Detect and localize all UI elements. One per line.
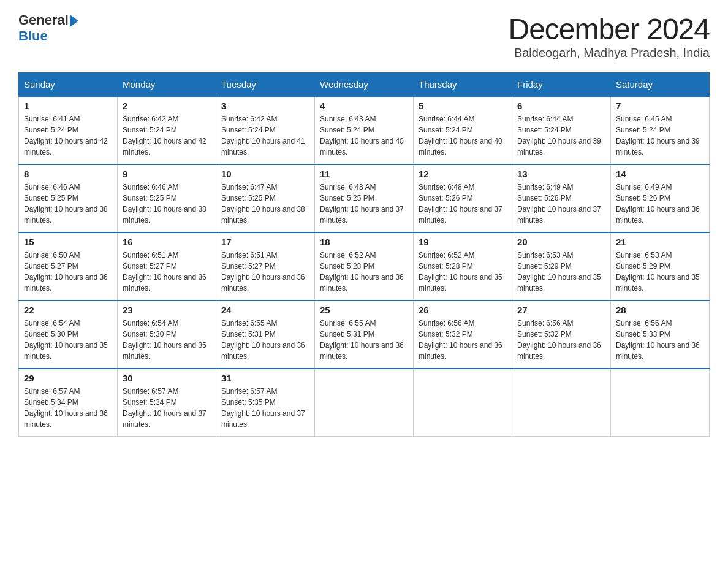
- calendar-cell: 11 Sunrise: 6:48 AM Sunset: 5:25 PM Dayl…: [315, 164, 414, 232]
- day-number: 13: [517, 169, 605, 179]
- calendar-cell: 9 Sunrise: 6:46 AM Sunset: 5:25 PM Dayli…: [118, 164, 216, 232]
- calendar-cell: [315, 369, 414, 437]
- day-number: 3: [221, 101, 309, 111]
- day-info: Sunrise: 6:49 AM Sunset: 5:26 PM Dayligh…: [616, 182, 704, 226]
- day-number: 12: [419, 169, 507, 179]
- day-number: 16: [123, 237, 211, 247]
- week-row-5: 29 Sunrise: 6:57 AM Sunset: 5:34 PM Dayl…: [19, 369, 710, 437]
- day-number: 2: [123, 101, 211, 111]
- day-info: Sunrise: 6:42 AM Sunset: 5:24 PM Dayligh…: [221, 113, 309, 158]
- day-info: Sunrise: 6:56 AM Sunset: 5:32 PM Dayligh…: [419, 318, 507, 362]
- calendar-cell: [512, 369, 611, 437]
- calendar-cell: 18 Sunrise: 6:52 AM Sunset: 5:28 PM Dayl…: [315, 232, 414, 301]
- calendar-cell: 22 Sunrise: 6:54 AM Sunset: 5:30 PM Dayl…: [19, 301, 118, 369]
- day-of-week-friday: Friday: [512, 73, 611, 97]
- day-info: Sunrise: 6:46 AM Sunset: 5:25 PM Dayligh…: [24, 182, 112, 226]
- calendar-cell: 8 Sunrise: 6:46 AM Sunset: 5:25 PM Dayli…: [19, 164, 118, 232]
- calendar-cell: 17 Sunrise: 6:51 AM Sunset: 5:27 PM Dayl…: [216, 232, 315, 301]
- day-info: Sunrise: 6:48 AM Sunset: 5:26 PM Dayligh…: [419, 182, 507, 226]
- day-number: 11: [320, 169, 408, 179]
- calendar-cell: 1 Sunrise: 6:41 AM Sunset: 5:24 PM Dayli…: [19, 96, 118, 164]
- day-info: Sunrise: 6:43 AM Sunset: 5:24 PM Dayligh…: [320, 113, 408, 158]
- day-info: Sunrise: 6:42 AM Sunset: 5:24 PM Dayligh…: [123, 113, 211, 158]
- logo-blue-text: Blue: [18, 28, 48, 44]
- day-of-week-tuesday: Tuesday: [216, 73, 315, 97]
- day-number: 19: [419, 237, 507, 247]
- day-number: 24: [221, 305, 309, 315]
- calendar-cell: [414, 369, 512, 437]
- day-number: 15: [24, 237, 112, 247]
- logo-arrow-icon: [70, 15, 78, 27]
- calendar-cell: 4 Sunrise: 6:43 AM Sunset: 5:24 PM Dayli…: [315, 96, 414, 164]
- day-number: 14: [616, 169, 704, 179]
- day-number: 1: [24, 101, 112, 111]
- calendar-cell: 5 Sunrise: 6:44 AM Sunset: 5:24 PM Dayli…: [414, 96, 512, 164]
- day-info: Sunrise: 6:55 AM Sunset: 5:31 PM Dayligh…: [221, 318, 309, 362]
- day-number: 7: [616, 101, 704, 111]
- page-header: GeneralBlue December 2024 Baldeogarh, Ma…: [18, 12, 710, 60]
- day-info: Sunrise: 6:55 AM Sunset: 5:31 PM Dayligh…: [320, 318, 408, 362]
- day-number: 25: [320, 305, 408, 315]
- day-info: Sunrise: 6:53 AM Sunset: 5:29 PM Dayligh…: [517, 250, 605, 294]
- day-number: 20: [517, 237, 605, 247]
- calendar-cell: 26 Sunrise: 6:56 AM Sunset: 5:32 PM Dayl…: [414, 301, 512, 369]
- day-info: Sunrise: 6:41 AM Sunset: 5:24 PM Dayligh…: [24, 113, 112, 158]
- calendar-header: SundayMondayTuesdayWednesdayThursdayFrid…: [19, 73, 710, 97]
- day-of-week-saturday: Saturday: [611, 73, 710, 97]
- calendar-cell: 25 Sunrise: 6:55 AM Sunset: 5:31 PM Dayl…: [315, 301, 414, 369]
- day-info: Sunrise: 6:57 AM Sunset: 5:34 PM Dayligh…: [24, 386, 112, 430]
- calendar-cell: 7 Sunrise: 6:45 AM Sunset: 5:24 PM Dayli…: [611, 96, 710, 164]
- day-info: Sunrise: 6:57 AM Sunset: 5:34 PM Dayligh…: [123, 386, 211, 430]
- calendar-cell: 29 Sunrise: 6:57 AM Sunset: 5:34 PM Dayl…: [19, 369, 118, 437]
- calendar-cell: 12 Sunrise: 6:48 AM Sunset: 5:26 PM Dayl…: [414, 164, 512, 232]
- day-number: 22: [24, 305, 112, 315]
- day-number: 18: [320, 237, 408, 247]
- calendar-cell: 28 Sunrise: 6:56 AM Sunset: 5:33 PM Dayl…: [611, 301, 710, 369]
- day-number: 8: [24, 169, 112, 179]
- calendar-cell: 16 Sunrise: 6:51 AM Sunset: 5:27 PM Dayl…: [118, 232, 216, 301]
- day-number: 30: [123, 373, 211, 383]
- calendar-cell: [611, 369, 710, 437]
- calendar-cell: 13 Sunrise: 6:49 AM Sunset: 5:26 PM Dayl…: [512, 164, 611, 232]
- day-number: 9: [123, 169, 211, 179]
- day-info: Sunrise: 6:49 AM Sunset: 5:26 PM Dayligh…: [517, 182, 605, 226]
- calendar-cell: 15 Sunrise: 6:50 AM Sunset: 5:27 PM Dayl…: [19, 232, 118, 301]
- day-info: Sunrise: 6:51 AM Sunset: 5:27 PM Dayligh…: [123, 250, 211, 294]
- day-number: 23: [123, 305, 211, 315]
- day-info: Sunrise: 6:56 AM Sunset: 5:33 PM Dayligh…: [616, 318, 704, 362]
- day-number: 4: [320, 101, 408, 111]
- day-of-week-sunday: Sunday: [19, 73, 118, 97]
- calendar-subtitle: Baldeogarh, Madhya Pradesh, India: [508, 46, 710, 60]
- week-row-4: 22 Sunrise: 6:54 AM Sunset: 5:30 PM Dayl…: [19, 301, 710, 369]
- day-info: Sunrise: 6:50 AM Sunset: 5:27 PM Dayligh…: [24, 250, 112, 294]
- day-number: 28: [616, 305, 704, 315]
- day-info: Sunrise: 6:45 AM Sunset: 5:24 PM Dayligh…: [616, 113, 704, 158]
- day-number: 10: [221, 169, 309, 179]
- calendar-cell: 27 Sunrise: 6:56 AM Sunset: 5:32 PM Dayl…: [512, 301, 611, 369]
- day-info: Sunrise: 6:48 AM Sunset: 5:25 PM Dayligh…: [320, 182, 408, 226]
- days-of-week-row: SundayMondayTuesdayWednesdayThursdayFrid…: [19, 73, 710, 97]
- calendar-cell: 31 Sunrise: 6:57 AM Sunset: 5:35 PM Dayl…: [216, 369, 315, 437]
- day-info: Sunrise: 6:46 AM Sunset: 5:25 PM Dayligh…: [123, 182, 211, 226]
- day-info: Sunrise: 6:44 AM Sunset: 5:24 PM Dayligh…: [517, 113, 605, 158]
- day-of-week-thursday: Thursday: [414, 73, 512, 97]
- day-info: Sunrise: 6:54 AM Sunset: 5:30 PM Dayligh…: [123, 318, 211, 362]
- calendar-cell: 24 Sunrise: 6:55 AM Sunset: 5:31 PM Dayl…: [216, 301, 315, 369]
- calendar-cell: 20 Sunrise: 6:53 AM Sunset: 5:29 PM Dayl…: [512, 232, 611, 301]
- day-number: 6: [517, 101, 605, 111]
- day-info: Sunrise: 6:57 AM Sunset: 5:35 PM Dayligh…: [221, 386, 309, 430]
- day-number: 5: [419, 101, 507, 111]
- calendar-cell: 30 Sunrise: 6:57 AM Sunset: 5:34 PM Dayl…: [118, 369, 216, 437]
- calendar-title: December 2024: [508, 12, 710, 46]
- day-info: Sunrise: 6:54 AM Sunset: 5:30 PM Dayligh…: [24, 318, 112, 362]
- calendar-cell: 14 Sunrise: 6:49 AM Sunset: 5:26 PM Dayl…: [611, 164, 710, 232]
- day-info: Sunrise: 6:47 AM Sunset: 5:25 PM Dayligh…: [221, 182, 309, 226]
- calendar-cell: 21 Sunrise: 6:53 AM Sunset: 5:29 PM Dayl…: [611, 232, 710, 301]
- day-info: Sunrise: 6:44 AM Sunset: 5:24 PM Dayligh…: [419, 113, 507, 158]
- day-info: Sunrise: 6:51 AM Sunset: 5:27 PM Dayligh…: [221, 250, 309, 294]
- calendar-cell: 2 Sunrise: 6:42 AM Sunset: 5:24 PM Dayli…: [118, 96, 216, 164]
- calendar-table: SundayMondayTuesdayWednesdayThursdayFrid…: [18, 72, 710, 437]
- day-number: 29: [24, 373, 112, 383]
- calendar-cell: 6 Sunrise: 6:44 AM Sunset: 5:24 PM Dayli…: [512, 96, 611, 164]
- calendar-cell: 23 Sunrise: 6:54 AM Sunset: 5:30 PM Dayl…: [118, 301, 216, 369]
